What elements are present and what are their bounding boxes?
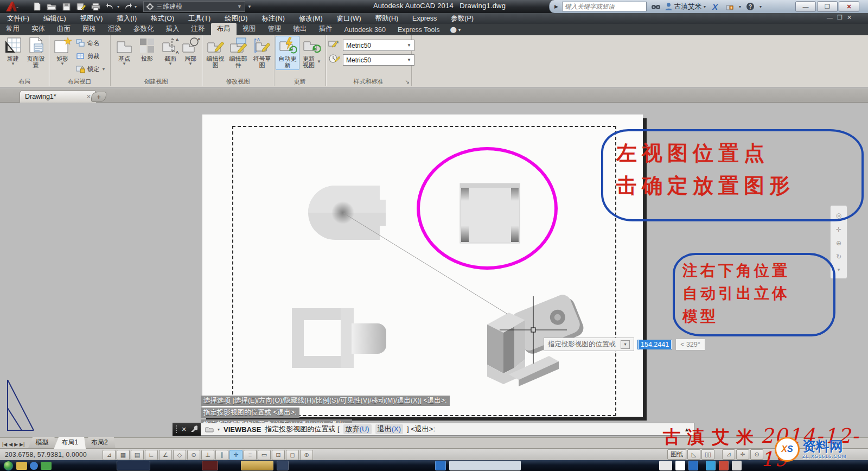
zoom-icon[interactable]: ⊕ [836,239,841,247]
last-tab-icon[interactable]: ▶| [20,442,24,447]
pan-icon[interactable]: ✛ [836,226,841,233]
infer-constraints-toggle[interactable]: ⊿ [103,450,116,460]
detail-view-button[interactable]: A 局部▼ [181,36,200,66]
file-tab-drawing1[interactable]: Drawing1* ✕ [20,90,97,103]
ribbon-tab-plugins[interactable]: 插件 [313,23,339,35]
orbit-icon[interactable]: ↻ [836,253,841,260]
lock-viewport-button[interactable]: 锁定 ▼ [76,65,106,73]
ducs-toggle[interactable]: ∥ [215,450,228,460]
panel-launcher-icon[interactable]: ↘ [405,78,410,86]
taskbar-open-app[interactable] [277,461,289,470]
tray-icon[interactable] [435,461,446,470]
start-button[interactable] [3,461,14,471]
symbol-sketch-button[interactable]: A 符号草图 [252,36,272,68]
selection-cycling-toggle[interactable]: ◻ [286,450,299,460]
menu-draw[interactable]: 绘图(D) [218,13,254,24]
ribbon-tab-view[interactable]: 视图 [237,23,262,35]
rect-viewport-button[interactable]: 矩形▼ [52,36,73,66]
grid-toggle[interactable]: ▤ [131,450,144,460]
polar-toggle[interactable]: ∠ [159,450,172,460]
annotation-monitor-toggle[interactable]: ⊕ [300,450,313,460]
infocenter-collapse-icon[interactable]: ▶ [554,4,558,9]
menu-parametric[interactable]: 参数(P) [444,13,481,24]
menu-insert[interactable]: 插入(I) [110,13,144,24]
first-tab-icon[interactable]: |◀ [2,442,7,447]
save-as-icon[interactable] [74,1,87,12]
prompt-options-icon[interactable]: ▾ [621,340,630,349]
search-binoculars-icon[interactable] [650,2,661,11]
taskbar-active-app[interactable] [241,461,273,470]
panel-title-update[interactable]: 更新 [274,78,326,86]
ribbon-tab-output[interactable]: 输出 [288,23,313,35]
next-tab-icon[interactable]: ▶ [14,442,18,447]
ribbon-display-toggle[interactable]: ⬤▾ [450,26,461,35]
ribbon-tab-surface[interactable]: 曲面 [51,23,76,35]
page-setup-button[interactable]: 页面设置 [25,36,47,68]
edit-component-button[interactable]: 编辑部件 [228,36,248,68]
osnap-toggle[interactable]: ◇ [173,450,186,460]
edit-view-button[interactable]: 编辑视图 [205,36,226,68]
redo-icon[interactable] [121,1,134,12]
tab-layout1[interactable]: 布局1 [54,437,86,449]
standard-icon[interactable] [328,54,340,66]
customize-wrench-icon[interactable] [190,425,197,433]
menu-dimension[interactable]: 标注(N) [255,13,292,24]
taskbar-open-app[interactable] [449,461,521,470]
ribbon-tab-insert[interactable]: 插入 [160,23,186,35]
workspace-selector[interactable]: 三维建模 ▼ [143,1,245,12]
section-view-button[interactable]: AA 截面▼ [160,36,181,66]
ortho-toggle[interactable]: ∟ [145,450,158,460]
updates-icon[interactable] [724,2,735,11]
ribbon-tab-layout[interactable]: 布局 [211,23,237,35]
open-file-icon[interactable] [45,1,58,12]
update-view-button[interactable]: 更新视图▼ [301,36,322,68]
doc-restore-icon[interactable]: ❒ [837,14,843,21]
ribbon-tab-parametric[interactable]: 参数化 [127,23,160,35]
option-undo[interactable]: 放弃(U) [343,424,372,434]
plot-icon[interactable] [89,1,102,12]
taskbar-open-app[interactable] [117,461,150,470]
ribbon-tab-solid[interactable]: 实体 [25,23,51,35]
minimize-button[interactable]: — [795,1,816,12]
undo-dropdown-icon[interactable]: ▾ [117,4,119,9]
search-input[interactable] [562,2,647,11]
exchange-apps-icon[interactable]: X [710,2,720,11]
signin-user[interactable]: 古滇艾米 ▾ [665,2,706,11]
tab-model[interactable]: 模型 [28,437,56,449]
ribbon-tab-a360[interactable]: Autodesk 360 [339,24,392,35]
ribbon-tab-manage[interactable]: 管理 [262,23,288,35]
save-icon[interactable] [60,1,73,12]
base-view-button[interactable]: 基点▼ [114,36,134,66]
command-input-area[interactable]: ▾ VIEWBASE 指定投影视图的位置或 [ 放弃(U) 退出(X) ] <退… [201,423,694,436]
taskbar-folder-icon[interactable] [16,462,27,470]
panel-title-viewports[interactable]: 布局视口 [49,78,110,86]
redo-dropdown-icon[interactable]: ▾ [135,4,137,9]
navbar-menu-icon[interactable]: ▾ [838,267,840,272]
doc-close-icon[interactable]: ✕ [847,14,852,21]
restore-button[interactable]: ❒ [817,1,838,12]
autocad-logo-button[interactable] [0,0,23,13]
ribbon-tab-express[interactable]: Express Tools [392,24,446,35]
clip-viewport-button[interactable]: 剪裁 [76,52,99,60]
projected-view-button[interactable]: 投影 [137,36,157,62]
command-close-icon[interactable]: ✕ [181,426,186,433]
taskbar-browser-icon[interactable] [30,462,38,470]
ribbon-tab-mesh[interactable]: 网格 [76,23,102,35]
doc-minimize-icon[interactable]: — [827,14,833,21]
view-style-icon[interactable]: A [328,39,340,52]
help-dropdown-icon[interactable]: ▾ [760,4,762,9]
option-exit[interactable]: 退出(X) [375,424,403,434]
help-icon[interactable]: ? [745,2,756,11]
recent-commands-icon[interactable] [205,426,214,432]
panel-title-modify-view[interactable]: 修改视图 [202,78,274,86]
taskbar-open-app[interactable] [202,461,218,470]
menu-format[interactable]: 格式(O) [144,13,181,24]
panel-title-styles[interactable]: 样式和标准 [326,78,411,86]
undo-icon[interactable] [104,1,117,12]
ribbon-tab-home[interactable]: 常用 [0,23,25,35]
3d-osnap-toggle[interactable]: ⊙ [187,450,200,460]
named-viewport-button[interactable]: 命名 [76,39,99,47]
qat-overflow-icon[interactable]: ▼ [247,4,252,9]
transparency-toggle[interactable]: ▭ [258,450,271,460]
new-drawing-button[interactable]: + [91,92,106,102]
